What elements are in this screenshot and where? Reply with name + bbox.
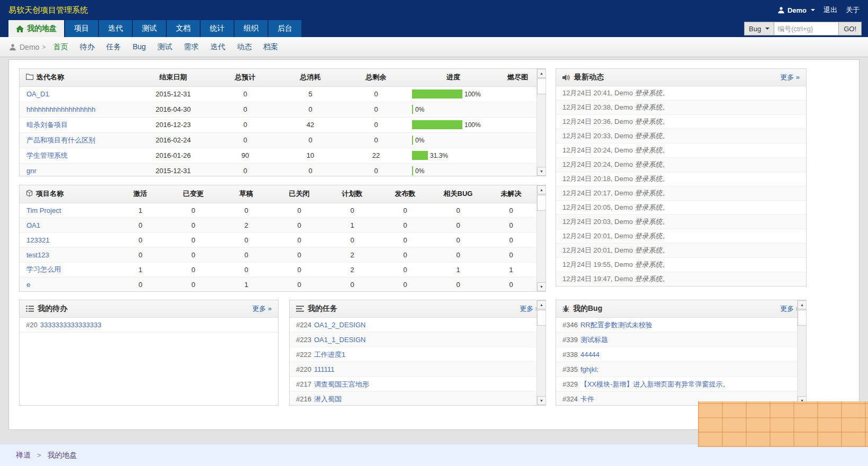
scroll-thumb[interactable] [537, 310, 546, 326]
nav-tab[interactable]: 我的地盘 [8, 20, 64, 37]
progress-label: 0% [415, 167, 424, 175]
nav-tab[interactable]: 组织 [235, 20, 267, 37]
progress-label: 0% [415, 106, 424, 113]
table-header-row: 迭代名称结束日期总预计总消耗总剩余进度燃尽图 [20, 69, 538, 86]
nav-tab[interactable]: 迭代 [99, 20, 132, 37]
breadcrumb-link[interactable]: 任务 [106, 42, 121, 52]
table-cell: 1 [114, 203, 167, 218]
item-title-link[interactable]: 测试标题 [580, 336, 608, 344]
progress-cell: 31.3% [409, 148, 498, 163]
breadcrumb-link[interactable]: 需求 [184, 42, 199, 52]
nav-tab[interactable]: 统计 [201, 20, 234, 37]
scroll-thumb[interactable] [537, 78, 546, 94]
vertical-scrollbar[interactable]: ▲ ▼ [536, 69, 545, 176]
table-cell: 0 [114, 277, 167, 292]
search-module-dropdown[interactable]: Bug [744, 22, 774, 35]
progress-cell: 0% [409, 102, 498, 117]
scroll-up-button[interactable]: ▲ [537, 185, 546, 194]
iteration-name-link[interactable]: hhhhhhhhhhhhhhhhhh [26, 105, 95, 113]
scroll-up-button[interactable]: ▲ [537, 69, 546, 78]
tasks-panel-header: 我的任务 更多 » [290, 300, 545, 318]
product-icon [26, 190, 33, 197]
project-name-link[interactable]: test123 [26, 251, 49, 259]
nav-tab[interactable]: 项目 [65, 20, 98, 37]
scroll-down-button[interactable]: ▼ [537, 396, 546, 405]
iteration-name-link[interactable]: OA_D1 [26, 90, 49, 98]
activity-item: 12月24日 20:05, Demo 登录系统。 [556, 201, 806, 215]
nav-tab[interactable]: 后台 [269, 20, 301, 37]
vertical-scrollbar[interactable]: ▲ ▼ [797, 300, 806, 405]
dynamics-more-link[interactable]: 更多 » [780, 73, 800, 82]
item-title-link[interactable]: 【XX模块-新增】进入新增页面有异常弹窗提示。 [580, 380, 730, 388]
project-name-link[interactable]: Tim Project [26, 207, 61, 214]
item-title-link[interactable]: 3333333333333333 [40, 321, 102, 329]
todo-list: #203333333333333333 [20, 318, 278, 333]
table-row: 暗杀刘备项目2016-12-230420100% [20, 117, 538, 132]
iteration-name-link[interactable]: 学生管理系统 [26, 151, 68, 159]
activity-item: 12月24日 20:36, Demo 登录系统。 [556, 115, 806, 129]
project-name-link[interactable]: e [26, 281, 30, 289]
iteration-name-link[interactable]: gnr [26, 167, 37, 175]
breadcrumb-link[interactable]: 档案 [263, 42, 278, 52]
bugs-panel-title: 我的Bug [573, 304, 602, 313]
activity-action: 登录系统 [635, 118, 663, 126]
item-title-link[interactable]: 111111 [314, 365, 335, 373]
table-cell: 0 [278, 163, 343, 176]
breadcrumb-link[interactable]: 测试 [157, 42, 172, 52]
scroll-thumb[interactable] [798, 310, 807, 326]
todo-more-link[interactable]: 更多 » [252, 304, 272, 313]
activity-time: 12月24日 20:24, Demo [562, 160, 635, 168]
footer-page-link[interactable]: 我的地盘 [48, 451, 77, 460]
vertical-scrollbar[interactable]: ▲ ▼ [536, 300, 545, 405]
table-cell: 0 [326, 277, 379, 292]
item-title-link[interactable]: RR配置参数测试未校验 [580, 321, 652, 329]
breadcrumb-link[interactable]: 动态 [237, 42, 252, 52]
logout-link[interactable]: 退出 [824, 5, 837, 15]
nav-tab[interactable]: 测试 [133, 20, 166, 37]
footer-zentao-link[interactable]: 禅道 [16, 451, 31, 460]
search-input[interactable] [774, 22, 839, 35]
project-name-link[interactable]: 123321 [26, 236, 49, 244]
breadcrumb-link[interactable]: 迭代 [210, 42, 225, 52]
breadcrumb-link[interactable]: 首页 [53, 42, 68, 52]
activity-action: 登录系统 [635, 189, 663, 197]
item-title-link[interactable]: fghjkl; [580, 365, 598, 373]
table-cell: 0 [273, 262, 326, 277]
column-header: 激活 [114, 185, 167, 203]
iteration-name-link[interactable]: 产品和项目有什么区别 [26, 136, 95, 144]
activity-suffix: 。 [663, 261, 669, 268]
scroll-up-button[interactable]: ▲ [537, 300, 546, 309]
project-name-link[interactable]: OA1 [26, 221, 40, 229]
column-header-label: 迭代名称 [37, 73, 64, 81]
vertical-scrollbar[interactable]: ▲ ▼ [536, 185, 545, 291]
nav-tab[interactable]: 文档 [167, 20, 200, 37]
project-name-link[interactable]: 学习怎么用 [26, 265, 61, 273]
breadcrumb-link[interactable]: Bug [132, 42, 146, 52]
search-go-button[interactable]: GO! [839, 22, 862, 35]
item-title-link[interactable]: 卡件 [580, 395, 594, 403]
scroll-up-button[interactable]: ▲ [798, 300, 807, 309]
scroll-down-button[interactable]: ▼ [537, 167, 546, 176]
item-title-link[interactable]: 调查蜀国王宫地形 [314, 380, 369, 388]
activity-item: 12月24日 20:17, Demo 登录系统。 [556, 186, 806, 201]
table-cell: 0 [432, 277, 485, 292]
item-title-link[interactable]: 工作进度1 [314, 351, 345, 359]
item-title-link[interactable]: 44444 [580, 351, 599, 359]
item-title-link[interactable]: OA1_2_DESIGN [314, 321, 366, 329]
table-cell: 22 [343, 148, 409, 163]
dynamics-panel-header: 最新动态 更多 » [556, 69, 806, 86]
item-title-link[interactable]: 潜入蜀国 [314, 395, 342, 403]
user-menu[interactable]: Demo [777, 6, 815, 14]
activity-time: 12月24日 20:41, Demo [562, 89, 635, 97]
item-title-link[interactable]: OA1_1_DESIGN [314, 336, 366, 344]
about-link[interactable]: 关于 [846, 5, 860, 15]
scroll-thumb[interactable] [537, 195, 546, 211]
activity-item: 12月24日 20:24, Demo 登录系统。 [556, 144, 806, 158]
iteration-name-link[interactable]: 暗杀刘备项目 [26, 121, 68, 129]
user-name: Demo [788, 6, 807, 14]
global-search: Bug GO! [744, 22, 862, 35]
table-cell: 0 [220, 203, 273, 218]
scroll-down-button[interactable]: ▼ [537, 282, 546, 291]
column-header: 总消耗 [278, 69, 343, 86]
breadcrumb-link[interactable]: 待办 [79, 42, 94, 52]
